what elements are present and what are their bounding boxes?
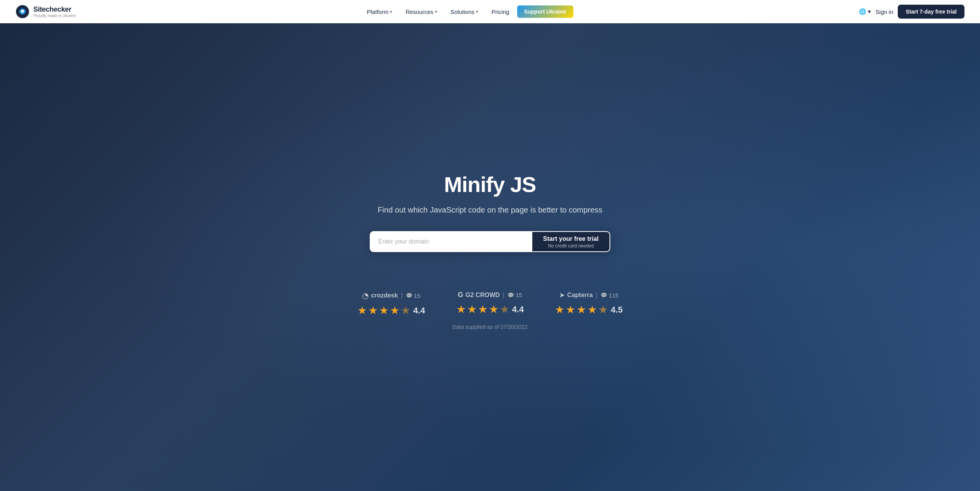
nav-resources[interactable]: Resources ▾ [400,5,443,18]
cta-button[interactable]: Start your free trial No credit card nee… [532,232,609,251]
logo-name: Sitechecker [33,5,76,14]
navbar: Sitechecker Proudly made in Ukraine Plat… [0,0,980,23]
logo-icon [16,5,29,19]
start-trial-button[interactable]: Start 7-day free trial [898,5,964,19]
rating-g2crowd: G G2 CROWD | 💬 15 ★ ★ ★ ★ ★ 4.4 [456,291,524,316]
star-3: ★ [379,304,389,317]
crozdesk-review-count: 💬 15 [406,292,421,299]
crozdesk-score: 4.4 [413,306,425,316]
crozdesk-stars: ★ ★ ★ ★ ★ 4.4 [357,304,425,317]
chevron-down-icon: ▾ [390,9,392,14]
nav-links: Platform ▾ Resources ▾ Solutions ▾ Prici… [362,5,573,18]
cta-main-label: Start your free trial [543,235,599,242]
g2-icon: G [458,291,463,299]
star-4: ★ [587,303,597,316]
g2-review-count: 💬 15 [507,292,522,298]
svg-point-1 [21,10,24,13]
star-3: ★ [478,303,488,316]
globe-icon: 🌐 [859,8,866,15]
hero-section: Minify JS Find out which JavaScript code… [0,0,980,491]
signin-link[interactable]: Sign in [876,9,893,15]
comment-icon: 💬 [601,292,607,298]
star-2: ★ [368,304,378,317]
cta-sub-label: No credit card needed [548,243,594,249]
comment-icon: 💬 [406,292,412,299]
capterra-logo: ➤ Capterra [559,291,593,299]
crozdesk-logo: ◔ crozdesk [362,291,398,300]
nav-pricing[interactable]: Pricing [486,5,515,18]
domain-input[interactable] [371,232,532,251]
star-1: ★ [555,303,564,316]
star-2: ★ [566,303,575,316]
data-supplied-text: Data supplied as of 07/20/2022 [452,324,528,330]
divider: | [503,292,504,299]
ratings-section: ◔ crozdesk | 💬 15 ★ ★ ★ ★ ★ 4.4 [357,291,623,317]
star-2: ★ [467,303,477,316]
nav-right: 🌐 ▾ Sign in Start 7-day free trial [859,5,964,19]
star-4: ★ [489,303,499,316]
nav-solutions[interactable]: Solutions ▾ [445,5,484,18]
chevron-down-icon: ▾ [476,9,478,14]
star-half: ★ [401,304,410,317]
g2-name: G2 CROWD [466,292,500,299]
rating-capterra: ➤ Capterra | 💬 115 ★ ★ ★ ★ ★ 4.5 [555,291,623,316]
star-3: ★ [577,303,586,316]
star-1: ★ [456,303,466,316]
comment-icon: 💬 [507,292,514,298]
crozdesk-name: crozdesk [371,292,398,299]
rating-crozdesk: ◔ crozdesk | 💬 15 ★ ★ ★ ★ ★ 4.4 [357,291,425,317]
g2-stars: ★ ★ ★ ★ ★ 4.4 [456,303,524,316]
divider: | [401,292,403,299]
crozdesk-icon: ◔ [362,291,369,300]
support-ukraine-button[interactable]: Support Ukraine [517,5,573,18]
capterra-review-count: 💬 115 [601,292,618,299]
capterra-icon: ➤ [559,291,565,299]
capterra-score: 4.5 [611,305,623,315]
star-1: ★ [357,304,367,317]
chevron-down-icon: ▾ [868,8,871,15]
logo-link[interactable]: Sitechecker Proudly made in Ukraine [16,5,76,19]
globe-button[interactable]: 🌐 ▾ [859,8,871,15]
star-4: ★ [390,304,400,317]
g2-score: 4.4 [512,304,524,315]
star-half: ★ [598,303,608,316]
divider: | [596,292,597,299]
search-box: Start your free trial No credit card nee… [370,231,610,252]
chevron-down-icon: ▾ [435,9,437,14]
logo-sub: Proudly made in Ukraine [33,14,76,18]
g2-logo: G G2 CROWD [458,291,500,299]
star-half: ★ [500,303,509,316]
capterra-name: Capterra [567,292,593,299]
hero-title: Minify JS [370,173,610,197]
capterra-stars: ★ ★ ★ ★ ★ 4.5 [555,303,623,316]
hero-content: Minify JS Find out which JavaScript code… [370,173,610,252]
nav-platform[interactable]: Platform ▾ [362,5,398,18]
hero-subtitle: Find out which JavaScript code on the pa… [370,204,610,216]
